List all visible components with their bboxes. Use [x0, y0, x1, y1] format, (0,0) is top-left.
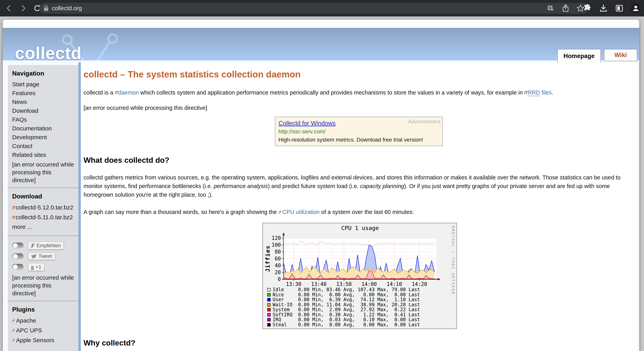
googleplus-icon: g [31, 264, 34, 270]
cpu-usage-graph: 02040608010012013:3013:4013:5014:0014:10… [262, 223, 457, 329]
advertisement-label: Advertisement [408, 119, 440, 125]
y-tick-label: 20 [275, 270, 281, 275]
social-button-facebook[interactable]: FEmpfehlen [28, 242, 64, 250]
social-row-facebook: FEmpfehlen [12, 242, 74, 250]
tab-homepage[interactable]: Homepage [557, 49, 601, 63]
intro-text-2: which collects system and application pe… [139, 90, 524, 96]
sidebar-download-section: Download collectd-5.12.0.tar.bz2collectd… [8, 188, 78, 236]
y-tick-label: 100 [272, 242, 281, 248]
profile-button[interactable] [631, 3, 641, 13]
ad-title-link[interactable]: Collectd for Windows [278, 120, 336, 127]
y-axis-label: Jiffies [264, 245, 271, 272]
intro-text-1: collectd is a [84, 90, 115, 96]
x-tick-label: 13:50 [336, 281, 352, 287]
privacy-toggle-facebook[interactable] [12, 242, 24, 248]
privacy-toggle-googleplus[interactable] [12, 264, 24, 270]
downloads-icon[interactable] [599, 4, 608, 13]
plugin-link-label: APC UPS [16, 326, 42, 334]
site-logo[interactable]: collectd [15, 43, 82, 63]
legend-row-idle: Idle 0.00 Min, 83.46 Avg, 107.43 Max, 79… [267, 287, 420, 292]
download-title: Download [12, 193, 74, 200]
desktop-background: collectd Homepage Wiki Navigation Start … [0, 16, 644, 351]
legend-text: Idle 0.00 Min, 83.46 Avg, 107.43 Max, 79… [272, 287, 420, 292]
section-heading-what: What does collectd do? [84, 156, 633, 164]
social-row-twitter: Tweet [12, 252, 74, 260]
forward-button[interactable] [18, 3, 29, 14]
sidebar-item-download[interactable]: Download [12, 107, 74, 114]
sidebar-item-start-page[interactable]: Start page [12, 80, 74, 88]
profile-avatar-icon [632, 4, 640, 12]
sidebar-item-contact[interactable]: Contact [12, 142, 74, 150]
y-tick-label: 0 [278, 276, 281, 282]
plugins-title: Plugins [12, 306, 74, 313]
sidebar-plugins-section: Plugins ApacheAPC UPSApple Sensors [8, 301, 78, 350]
y-tick-label: 40 [275, 262, 281, 268]
legend-text: IRQ 0.00 Min, 0.03 Avg, 0.10 Max, 0.00 L… [272, 317, 420, 322]
sidebar-item-related-sites[interactable]: Related sites [12, 151, 74, 159]
legend-swatch [267, 313, 270, 316]
sidebar-error-text-2: [an error occurred while processing this… [12, 274, 74, 297]
legend-text: Steal 0.00 Min, 0.00 Avg, 0.00 Max, 0.00… [272, 322, 420, 328]
back-button[interactable] [4, 3, 14, 14]
privacy-toggle-twitter[interactable] [12, 253, 24, 259]
legend-swatch [267, 318, 270, 322]
advertisement-box: Advertisement Collectd for Windows http:… [275, 117, 443, 146]
share-icon[interactable] [562, 4, 570, 12]
twitter-bird-icon [31, 254, 37, 259]
social-row-googleplus: g+1 [12, 263, 74, 271]
sidebar-plugin-apache[interactable]: Apache [12, 317, 74, 324]
page-title: collectd – The system statistics collect… [84, 69, 633, 80]
graph-intro-paragraph: A graph can say more than a thousand wor… [84, 208, 633, 216]
x-axis [282, 279, 438, 280]
sidebar-navigation-section: Navigation Start pageFeaturesNewsDownloa… [8, 65, 78, 188]
sidebar-social-section: FEmpfehlenTweetg+1 [an error occurred wh… [8, 236, 78, 301]
sidebar-item-news[interactable]: News [12, 98, 74, 106]
sidebar-item-development[interactable]: Development [12, 134, 74, 141]
legend-text: System 0.00 Min, 2.09 Avg, 27.92 Max, 0.… [272, 307, 420, 312]
x-tick-label: 14:20 [412, 281, 427, 287]
page-body: Navigation Start pageFeaturesNewsDownloa… [3, 60, 639, 351]
y-tick-label: 80 [275, 249, 281, 255]
navigation-title: Navigation [12, 70, 74, 77]
sidebar-item-documentation[interactable]: Documentation [12, 125, 74, 132]
wiki-link-icon [12, 319, 16, 322]
rrd-files-link[interactable]: RRD files [528, 90, 552, 96]
collectd-page: collectd Homepage Wiki Navigation Start … [3, 20, 639, 351]
sidebar-download-collectd-5-12-0-tar-bz2[interactable]: collectd-5.12.0.tar.bz2 [12, 204, 74, 212]
social-button-twitter[interactable]: Tweet [28, 252, 55, 260]
sidebar-error-text: [an error occurred while processing this… [12, 160, 74, 184]
wiki-link-icon [12, 329, 16, 332]
url-bar[interactable]: collectd.org G [39, 3, 588, 14]
social-button-googleplus[interactable]: g+1 [28, 263, 44, 271]
wiki-link-icon [12, 339, 16, 342]
ad-description: High-resolution system metrics. Download… [278, 137, 439, 143]
ad-url: http://ssc-serv.com/ [278, 128, 439, 135]
external-link-icon [12, 206, 15, 209]
translate-icon[interactable]: G [547, 4, 555, 12]
legend-text: Wait-IO 0.09 Min, 11.04 Avg, 38.99 Max, … [272, 302, 420, 308]
tab-wiki[interactable]: Wiki [604, 49, 637, 61]
graph-legend: Idle 0.00 Min, 83.46 Avg, 107.43 Max, 79… [267, 287, 420, 327]
sidebar-item-faqs[interactable]: FAQs [12, 116, 74, 123]
content-error-text: [an error occurred while processing this… [84, 105, 633, 111]
page-top-band [3, 20, 639, 28]
sidebar-plugin-apple-sensors[interactable]: Apple Sensors [12, 336, 74, 344]
browser-toolbar: collectd.org G [0, 0, 644, 16]
header-banner: collectd [3, 28, 639, 60]
external-link-icon [115, 91, 118, 94]
cpu-utilization-link[interactable]: CPU utilization [282, 209, 320, 215]
legend-swatch [267, 308, 270, 312]
facebook-icon: F [31, 242, 35, 249]
daemon-link[interactable]: daemon [118, 90, 139, 96]
sidebar-plugin-apc-ups[interactable]: APC UPS [12, 326, 74, 334]
extensions-puzzle-icon[interactable] [583, 4, 592, 13]
side-panel-icon[interactable] [615, 4, 624, 12]
legend-row-steal: Steal 0.00 Min, 0.00 Avg, 0.00 Max, 0.00… [267, 322, 420, 328]
rrd-rest: files [540, 90, 552, 96]
what-paragraph: collectd gathers metrics from various so… [84, 173, 633, 199]
capacity-planning-italic: capacity planning [360, 183, 404, 189]
sidebar-item-features[interactable]: Features [12, 90, 74, 97]
legend-swatch [267, 323, 270, 326]
sidebar-item-more[interactable]: more ... [12, 223, 74, 230]
sidebar-download-collectd-5-11-0-tar-bz2[interactable]: collectd-5.11.0.tar.bz2 [12, 213, 74, 221]
